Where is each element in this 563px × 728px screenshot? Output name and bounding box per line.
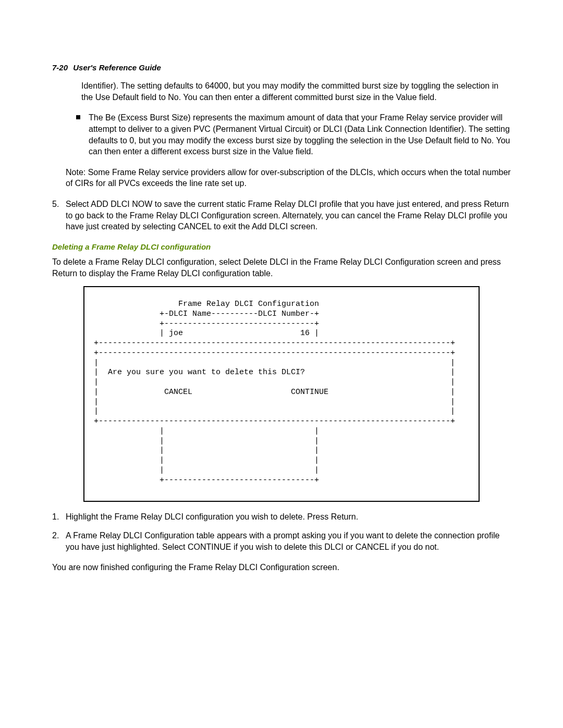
step-number: 1. — [52, 511, 59, 523]
list-item: 2. A Frame Relay DLCI Configuration tabl… — [52, 530, 511, 552]
note-paragraph: Note: Some Frame Relay service providers… — [66, 167, 511, 189]
step-text: A Frame Relay DLCI Configuration table a… — [66, 531, 499, 551]
page-header: 7-20 User's Reference Guide — [52, 63, 511, 73]
step-text: Highlight the Frame Relay DLCI configura… — [66, 512, 358, 521]
terminal-screen: Frame Relay DLCI Configuration +-DLCI Na… — [83, 286, 480, 502]
final-paragraph: You are now finished configuring the Fra… — [52, 562, 511, 573]
list-item-text: The Be (Excess Burst Size) represents th… — [89, 113, 510, 156]
step-text: Select ADD DLCI NOW to save the current … — [66, 200, 509, 231]
list-item: The Be (Excess Burst Size) represents th… — [74, 112, 511, 157]
numbered-list-1: 5. Select ADD DLCI NOW to save the curre… — [52, 199, 511, 232]
step-number: 2. — [52, 530, 59, 541]
section-heading: Deleting a Frame Relay DLCI configuratio… — [52, 242, 511, 252]
step-number: 5. — [52, 199, 59, 210]
numbered-list-2: 1. Highlight the Frame Relay DLCI config… — [52, 511, 511, 552]
page-number: 7-20 — [52, 63, 68, 73]
list-item: 5. Select ADD DLCI NOW to save the curre… — [52, 199, 511, 232]
continuation-paragraph: Identifier). The setting defaults to 640… — [81, 80, 511, 103]
page-header-title: User's Reference Guide — [73, 63, 161, 72]
delete-intro-paragraph: To delete a Frame Relay DLCI configurati… — [52, 256, 511, 279]
list-item: 1. Highlight the Frame Relay DLCI config… — [52, 511, 511, 523]
page: 7-20 User's Reference Guide Identifier).… — [0, 0, 563, 685]
bullet-list: The Be (Excess Burst Size) represents th… — [74, 112, 511, 157]
